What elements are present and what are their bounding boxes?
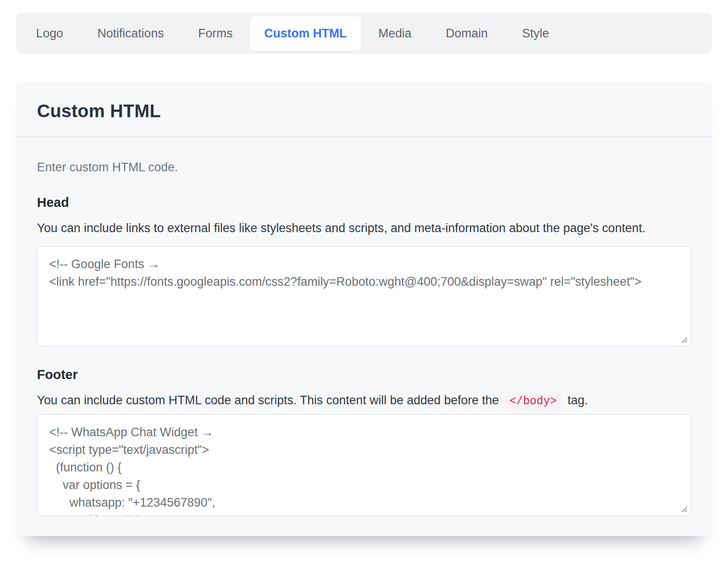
tab-forms[interactable]: Forms [181, 16, 250, 51]
tab-custom-html[interactable]: Custom HTML [250, 16, 361, 51]
footer-section-help: You can include custom HTML code and scr… [37, 391, 689, 411]
tab-logo[interactable]: Logo [19, 16, 80, 51]
head-section-help: You can include links to external files … [37, 219, 689, 237]
head-code-box [37, 246, 691, 347]
footer-section-heading: Footer [37, 367, 691, 382]
settings-tabbar: Logo Notifications Forms Custom HTML Med… [16, 13, 712, 54]
head-section-heading: Head [37, 195, 691, 210]
page-title: Custom HTML [37, 101, 691, 121]
body-tag-inline-code: </body> [504, 393, 562, 410]
footer-help-before: You can include custom HTML code and scr… [37, 393, 499, 407]
resize-grip-icon[interactable] [681, 336, 688, 343]
footer-code-textarea[interactable] [37, 414, 691, 516]
tab-media[interactable]: Media [361, 16, 429, 51]
footer-help-after: tag. [567, 393, 588, 407]
resize-grip-icon[interactable] [681, 506, 688, 513]
tab-style[interactable]: Style [505, 16, 566, 51]
tab-domain[interactable]: Domain [429, 16, 505, 51]
tab-notifications[interactable]: Notifications [80, 16, 181, 51]
card-header: Custom HTML [16, 82, 712, 137]
head-code-textarea[interactable] [37, 246, 691, 347]
card-body: Enter custom HTML code. Head You can inc… [16, 137, 712, 516]
footer-code-box [37, 414, 691, 516]
custom-html-card: Custom HTML Enter custom HTML code. Head… [16, 82, 712, 536]
card-description: Enter custom HTML code. [37, 160, 691, 174]
